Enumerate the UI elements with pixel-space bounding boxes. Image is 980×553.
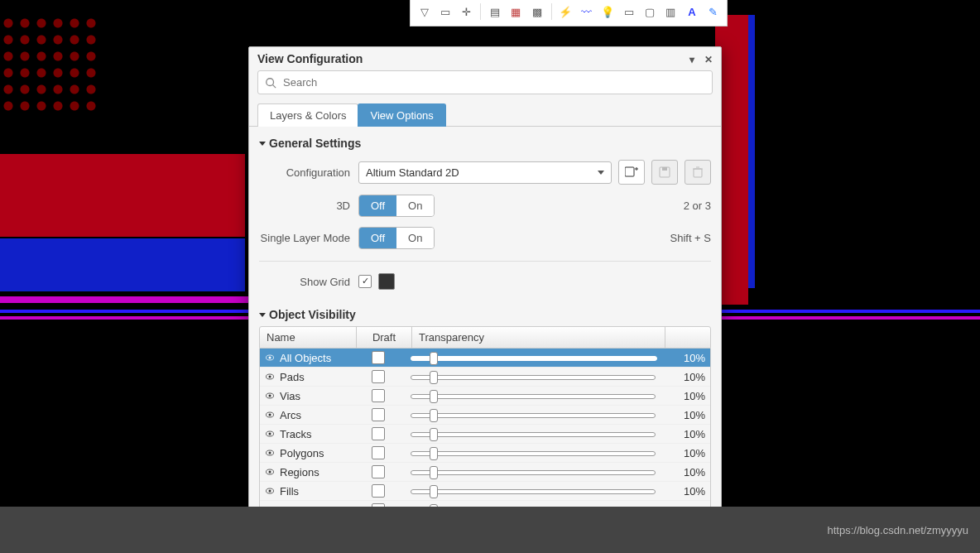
threed-toggle[interactable]: Off On: [358, 195, 435, 217]
search-field[interactable]: [281, 75, 705, 89]
transparency-value: 10%: [662, 368, 710, 386]
search-input[interactable]: [257, 70, 713, 94]
move-icon[interactable]: ✛: [458, 2, 475, 21]
transparency-slider[interactable]: [409, 410, 657, 420]
svg-line-1: [273, 84, 276, 88]
visibility-row[interactable]: Regions10%: [260, 462, 710, 481]
page-footer: https://blog.csdn.net/zmyyyyu: [0, 507, 980, 553]
bulb-icon[interactable]: 💡: [598, 2, 616, 21]
draft-checkbox[interactable]: [372, 370, 385, 383]
save-config-button[interactable]: [651, 160, 678, 185]
chevron-down-icon: [598, 171, 604, 175]
configuration-value: Altium Standard 2D: [366, 166, 459, 179]
eye-icon[interactable]: [265, 352, 275, 364]
configuration-label: Configuration: [259, 166, 358, 179]
eye-icon[interactable]: [265, 371, 275, 383]
transparency-slider[interactable]: [409, 372, 657, 382]
clipboard-icon[interactable]: ▤: [486, 2, 503, 21]
visibility-row[interactable]: Polygons10%: [260, 443, 710, 462]
delete-config-button[interactable]: [685, 160, 711, 185]
transparency-value: 10%: [662, 406, 710, 424]
net-icon[interactable]: ⚡: [557, 2, 574, 21]
draft-checkbox[interactable]: [372, 351, 385, 364]
transparency-slider[interactable]: [409, 467, 657, 477]
draft-checkbox[interactable]: [372, 484, 385, 498]
object-label: All Objects: [280, 352, 331, 364]
visibility-row[interactable]: Tracks10%: [260, 424, 710, 443]
search-icon: [265, 77, 276, 89]
selection-icon[interactable]: ▭: [436, 2, 454, 21]
svg-rect-6: [662, 167, 667, 171]
top-toolbar: ▽ ▭ ✛ ▤ ▦ ▩ ⚡ 〰 💡 ▭ ▢ ▥ A ✎: [410, 0, 728, 26]
layer-icon[interactable]: ▭: [620, 2, 637, 21]
svg-point-15: [269, 394, 271, 397]
grid-color-swatch[interactable]: [378, 273, 395, 290]
grid-icon[interactable]: ▦: [507, 2, 525, 21]
chart-icon[interactable]: ▥: [662, 2, 680, 21]
visibility-row[interactable]: All Objects10%: [260, 349, 710, 367]
col-transparency[interactable]: Transparency: [412, 327, 665, 348]
draft-checkbox[interactable]: [372, 446, 385, 459]
svg-point-13: [269, 375, 271, 377]
draft-checkbox[interactable]: [372, 465, 385, 478]
transparency-slider[interactable]: [409, 391, 657, 401]
single-layer-toggle[interactable]: Off On: [358, 227, 435, 249]
visibility-row[interactable]: Fills10%: [260, 481, 710, 500]
transparency-slider[interactable]: [409, 429, 657, 439]
chevron-down-icon: [259, 313, 266, 317]
visibility-row[interactable]: Arcs10%: [260, 405, 710, 424]
eye-icon[interactable]: [265, 485, 275, 498]
transparency-slider[interactable]: [409, 448, 657, 458]
object-label: Polygons: [280, 447, 324, 459]
pin-icon[interactable]: ▾: [689, 54, 694, 65]
credit-text: https://blog.csdn.net/zmyyyyu: [827, 524, 968, 536]
eye-icon[interactable]: [265, 428, 275, 440]
single-layer-label: Single Layer Mode: [259, 232, 358, 244]
eye-icon[interactable]: [265, 390, 275, 402]
transparency-slider[interactable]: [409, 353, 657, 363]
tab-view-options[interactable]: View Options: [358, 103, 445, 127]
configuration-select[interactable]: Altium Standard 2D: [358, 161, 612, 184]
col-draft[interactable]: Draft: [357, 327, 412, 348]
visibility-row[interactable]: Pads10%: [260, 367, 710, 386]
add-config-button[interactable]: [618, 160, 645, 185]
visibility-row[interactable]: Vias10%: [260, 386, 710, 405]
transparency-value: 10%: [662, 349, 710, 367]
svg-point-25: [269, 489, 271, 492]
draft-checkbox[interactable]: [372, 389, 385, 402]
filter-icon[interactable]: ▽: [416, 2, 433, 21]
view-configuration-dialog: View Configuration ▾ ✕ Layers & Colors V…: [248, 46, 722, 538]
show-grid-checkbox[interactable]: [358, 275, 372, 288]
section-general-settings[interactable]: General Settings: [259, 132, 711, 155]
pen-icon[interactable]: ✎: [704, 2, 722, 21]
single-layer-hint: Shift + S: [653, 232, 711, 244]
transparency-value: 10%: [662, 464, 710, 481]
svg-point-23: [269, 470, 271, 473]
text-icon[interactable]: A: [683, 2, 700, 21]
note-icon[interactable]: ▢: [641, 2, 658, 21]
eye-icon[interactable]: [265, 466, 275, 478]
transparency-value: 10%: [662, 387, 710, 405]
object-label: Arcs: [280, 409, 301, 421]
close-icon[interactable]: ✕: [704, 54, 713, 65]
transparency-value: 10%: [662, 426, 710, 443]
draft-checkbox[interactable]: [372, 427, 385, 440]
section-object-visibility[interactable]: Object Visibility: [259, 303, 711, 326]
wave-icon[interactable]: 〰: [578, 2, 595, 21]
threed-hint: 2 or 3: [653, 200, 711, 212]
svg-point-19: [269, 432, 271, 435]
threed-label: 3D: [259, 200, 358, 212]
mesh-icon[interactable]: ▩: [528, 2, 545, 21]
object-label: Fills: [280, 485, 299, 498]
tab-layers-colors[interactable]: Layers & Colors: [257, 103, 358, 127]
dialog-scroll[interactable]: General Settings Configuration Altium St…: [249, 127, 721, 537]
eye-icon[interactable]: [265, 447, 275, 459]
dialog-title: View Configuration: [257, 52, 363, 65]
draft-checkbox[interactable]: [372, 408, 385, 421]
chevron-down-icon: [259, 142, 266, 146]
svg-rect-2: [625, 167, 634, 176]
svg-point-11: [269, 356, 271, 358]
eye-icon[interactable]: [265, 409, 275, 421]
transparency-slider[interactable]: [409, 486, 657, 496]
col-name[interactable]: Name: [260, 327, 357, 348]
